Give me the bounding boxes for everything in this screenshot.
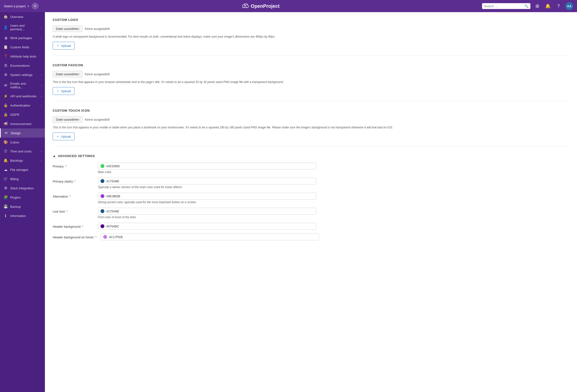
color-input-wrap-primary-dark: #175A8E Typically a darker version of th… bbox=[98, 178, 569, 189]
color-input-box-header-bg[interactable]: #57048C bbox=[98, 223, 316, 230]
custom-logo-section: CUSTOM LOGO Datei auswählen Keine ausgew… bbox=[53, 18, 569, 56]
arrow-icon-emails: › bbox=[40, 84, 41, 87]
project-selector[interactable]: Select a project ▾ bbox=[4, 4, 29, 8]
sidebar-label-custom-fields: Custom fields bbox=[10, 45, 41, 49]
arrow-icon-users: › bbox=[40, 26, 41, 29]
sidebar-item-api[interactable]: ⚡ API and webhooks › bbox=[0, 92, 45, 101]
grid-icon-button[interactable]: ⊞ bbox=[533, 2, 541, 10]
search-box[interactable]: 🔍 bbox=[482, 3, 530, 9]
sidebar-item-gdpr[interactable]: 🔒 GDPR bbox=[0, 110, 45, 119]
color-label-header-bg-hover: Header background on hover: * bbox=[53, 234, 97, 239]
sidebar-label-plugins: Plugins bbox=[10, 196, 41, 199]
logo-no-file-text: Keine ausgewählt bbox=[85, 27, 110, 31]
color-fields-container: Primary: * #3CD665 Main color. Primary (… bbox=[53, 163, 569, 240]
favicon-upload-button[interactable]: ＋ Upload bbox=[53, 87, 74, 95]
chevron-up-icon: ▲ bbox=[53, 154, 56, 158]
avatar[interactable]: AA bbox=[565, 2, 573, 10]
sidebar-item-information[interactable]: ℹ Information bbox=[0, 211, 45, 220]
touch-icon-file-row: Datei auswählen Keine ausgewählt bbox=[53, 116, 569, 123]
sidebar-label-api: API and webhooks bbox=[10, 94, 38, 98]
color-input-box-primary[interactable]: #3CD665 bbox=[98, 163, 316, 169]
color-value-primary: #3CD665 bbox=[106, 164, 120, 168]
sidebar-label-colors: Colors bbox=[10, 141, 41, 144]
bell-icon-button[interactable]: 🔔 bbox=[544, 2, 552, 10]
sidebar-label-billing: Billing bbox=[10, 177, 41, 181]
sidebar-item-enumerations[interactable]: ☰ Enumerations bbox=[0, 61, 45, 70]
sidebar-icon-attribute-help: ❓ bbox=[3, 54, 8, 59]
touch-icon-file-button[interactable]: Datei auswählen bbox=[53, 116, 82, 123]
sidebar-icon-billing: 🛒 bbox=[3, 177, 8, 181]
color-field-row-header-bg: Header background: * #57048C bbox=[53, 223, 569, 230]
color-dot-header-bg-hover bbox=[103, 235, 107, 239]
sidebar-label-attribute-help: Attribute help texts bbox=[10, 55, 41, 58]
color-desc-link-font: Font color of most of the links. bbox=[98, 215, 569, 219]
sidebar-item-work-packages[interactable]: 🖥 Work packages › bbox=[0, 34, 45, 42]
arrow-icon-backlogs: › bbox=[40, 159, 41, 162]
sidebar-item-file-storages[interactable]: ☁ File storages bbox=[0, 165, 45, 174]
sidebar-item-slack[interactable]: ⚙ Slack Integration bbox=[0, 183, 45, 193]
logo-file-button[interactable]: Datei auswählen bbox=[53, 26, 82, 32]
advanced-settings-title: ADVANCED SETTINGS bbox=[58, 154, 95, 158]
sidebar-item-system-settings[interactable]: ⚙ System settings › bbox=[0, 70, 45, 79]
sidebar-icon-backlogs: 🔔 bbox=[3, 158, 8, 163]
custom-touch-icon-section: CUSTOM TOUCH ICON Datei auswählen Keine … bbox=[53, 109, 569, 146]
sidebar-item-authentication[interactable]: 🔒 Authentication › bbox=[0, 101, 45, 110]
favicon-file-button[interactable]: Datei auswählen bbox=[53, 71, 82, 77]
arrow-icon-work-packages: › bbox=[40, 37, 41, 39]
color-input-box-primary-dark[interactable]: #175A8E bbox=[98, 178, 316, 184]
color-input-wrap-header-bg-hover: #C17FEB bbox=[101, 234, 569, 240]
sidebar-item-users[interactable]: 👤 Users and permissi... › bbox=[0, 21, 45, 34]
advanced-settings-toggle[interactable]: ▲ ADVANCED SETTINGS bbox=[53, 154, 569, 158]
sidebar-label-design: Design bbox=[11, 131, 41, 135]
color-label-alternative: Alternative: * bbox=[53, 193, 94, 198]
sidebar-icon-overview: 🏠 bbox=[3, 15, 8, 19]
sidebar-item-backlogs[interactable]: 🔔 Backlogs › bbox=[0, 156, 45, 165]
sidebar-item-custom-fields[interactable]: 📋 Custom fields bbox=[0, 42, 45, 52]
touch-icon-upload-label: Upload bbox=[61, 135, 71, 138]
required-marker: * bbox=[65, 165, 67, 168]
required-marker: * bbox=[82, 225, 83, 228]
custom-touch-icon-title: CUSTOM TOUCH ICON bbox=[53, 109, 569, 112]
sidebar-icon-file-storages: ☁ bbox=[3, 168, 8, 172]
sidebar-item-colors[interactable]: 🎨 Colors bbox=[0, 138, 45, 147]
sidebar-icon-announcement: 📢 bbox=[3, 122, 8, 126]
search-input[interactable] bbox=[484, 4, 523, 8]
logo-upload-button[interactable]: ＋ Upload bbox=[53, 42, 74, 49]
sidebar-icon-colors: 🎨 bbox=[3, 140, 8, 144]
color-label-primary: Primary: * bbox=[53, 163, 94, 168]
sidebar-item-design[interactable]: ✏ Design bbox=[0, 128, 45, 138]
top-nav-center: OpenProject bbox=[41, 3, 479, 9]
sidebar-item-backup[interactable]: 💾 Backup bbox=[0, 202, 45, 211]
color-input-box-link-font[interactable]: #175A8E bbox=[98, 208, 316, 214]
color-field-row-primary: Primary: * #3CD665 Main color. bbox=[53, 163, 569, 174]
color-desc-alternative: Strong accent color, typically used for … bbox=[98, 201, 569, 204]
sidebar-item-emails[interactable]: ✉ Emails and notifica... › bbox=[0, 79, 45, 92]
sidebar-item-overview[interactable]: 🏠 Overview bbox=[0, 12, 45, 21]
sidebar-item-billing[interactable]: 🛒 Billing bbox=[0, 174, 45, 183]
sidebar-icon-enumerations: ☰ bbox=[3, 63, 8, 68]
color-input-box-header-bg-hover[interactable]: #C17FEB bbox=[101, 234, 319, 240]
search-icon[interactable]: 🔍 bbox=[524, 4, 528, 8]
sidebar-item-attribute-help[interactable]: ❓ Attribute help texts bbox=[0, 52, 45, 61]
sidebar-icon-api: ⚡ bbox=[3, 94, 8, 98]
sidebar-icon-plugins: 🧩 bbox=[3, 195, 8, 200]
sidebar-item-plugins[interactable]: 🧩 Plugins bbox=[0, 193, 45, 202]
color-dot-link-font bbox=[101, 209, 104, 213]
color-field-row-primary-dark: Primary (dark): * #175A8E Typically a da… bbox=[53, 178, 569, 189]
touch-icon-upload-button[interactable]: ＋ Upload bbox=[53, 133, 74, 140]
sidebar-item-announcement[interactable]: 📢 Announcement bbox=[0, 119, 45, 128]
color-input-box-alternative[interactable]: #9E3BDB bbox=[98, 193, 316, 200]
help-icon-button[interactable]: ? bbox=[555, 2, 562, 10]
sidebar-item-time-costs[interactable]: ⏱ Time and costs › bbox=[0, 147, 45, 156]
sidebar-icon-design: ✏ bbox=[4, 131, 8, 135]
sidebar-label-time-costs: Time and costs bbox=[10, 149, 38, 153]
add-project-button[interactable]: + bbox=[32, 3, 38, 9]
arrow-icon-api: › bbox=[40, 95, 41, 98]
sidebar-icon-backup: 💾 bbox=[3, 204, 8, 209]
color-value-alternative: #9E3BDB bbox=[106, 194, 120, 198]
color-input-wrap-header-bg: #57048C bbox=[98, 223, 569, 230]
color-input-wrap-link-font: #175A8E Font color of most of the links. bbox=[98, 208, 569, 219]
color-dot-primary-dark bbox=[101, 179, 104, 183]
color-label-header-bg: Header background: * bbox=[53, 223, 94, 228]
plus-icon: ＋ bbox=[56, 134, 60, 139]
